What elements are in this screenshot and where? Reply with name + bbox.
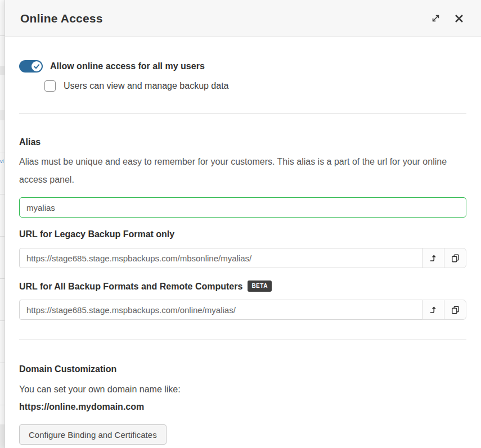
domain-example-url: https://online.mydomain.com: [19, 402, 466, 412]
alias-heading: Alias: [19, 137, 466, 147]
manage-backup-label: Users can view and manage backup data: [64, 81, 229, 91]
expand-dialog-button[interactable]: [427, 10, 444, 27]
copy-icon: [451, 305, 460, 315]
manage-backup-checkbox[interactable]: [44, 80, 56, 92]
open-all-formats-url-button[interactable]: [422, 300, 444, 320]
allow-access-toggle[interactable]: [19, 60, 43, 73]
legacy-url-group: [19, 248, 466, 268]
open-url-icon: [429, 305, 438, 314]
dialog-header: Online Access: [5, 0, 481, 37]
open-url-icon: [429, 254, 438, 263]
copy-legacy-url-button[interactable]: [444, 248, 466, 268]
toggle-check-icon: [32, 61, 42, 71]
all-formats-url-group: [19, 300, 466, 320]
close-icon: [453, 12, 465, 25]
allow-access-row: Allow online access for all my users: [19, 60, 466, 73]
background-page-strip: vi: [0, 0, 5, 448]
beta-badge: BETA: [248, 280, 271, 292]
legacy-url-input[interactable]: [19, 248, 422, 268]
dialog-title: Online Access: [20, 12, 427, 25]
online-access-dialog: Online Access: [5, 0, 481, 448]
expand-icon: [430, 13, 441, 24]
alias-input[interactable]: [19, 197, 466, 218]
alias-description: Alias must be unique and easy to remembe…: [19, 153, 466, 189]
copy-all-formats-url-button[interactable]: [444, 300, 466, 320]
copy-icon: [451, 254, 460, 263]
all-formats-url-heading: URL for All Backup Formats and Remote Co…: [19, 282, 242, 291]
open-legacy-url-button[interactable]: [422, 248, 444, 268]
all-formats-heading-row: URL for All Backup Formats and Remote Co…: [19, 280, 466, 292]
legacy-url-heading: URL for Legacy Backup Format only: [19, 229, 466, 239]
domain-description: You can set your own domain name like:: [19, 384, 466, 395]
all-formats-url-input[interactable]: [19, 300, 422, 320]
allow-access-label: Allow online access for all my users: [50, 61, 205, 71]
configure-binding-button[interactable]: Configure Binding and Certificates: [19, 424, 167, 445]
section-divider: [19, 340, 466, 340]
dialog-body: Allow online access for all my users Use…: [5, 37, 481, 448]
domain-customization-heading: Domain Customization: [19, 364, 466, 374]
section-divider: [19, 113, 466, 114]
close-dialog-button[interactable]: [451, 10, 467, 27]
manage-backup-row: Users can view and manage backup data: [44, 80, 466, 92]
background-link-fragment: vi: [0, 159, 4, 164]
